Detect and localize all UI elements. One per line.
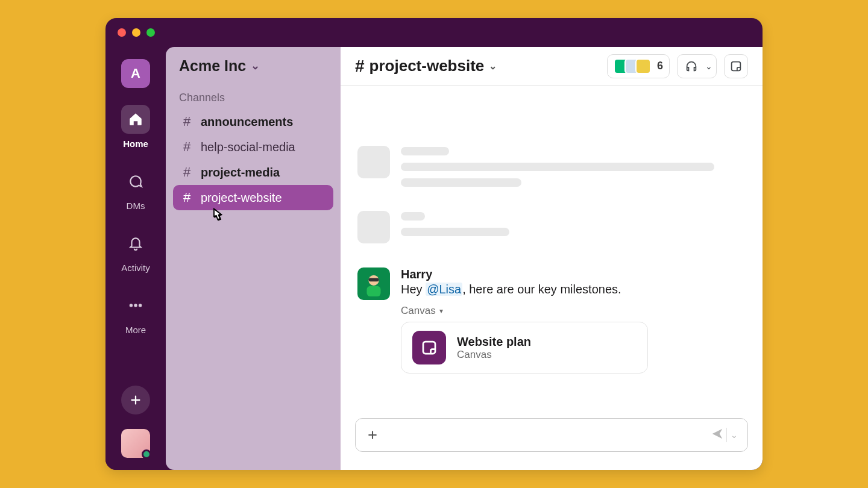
message-avatar[interactable]	[357, 267, 390, 300]
svg-rect-3	[732, 61, 741, 70]
create-button[interactable]	[121, 386, 150, 414]
message: Harry Hey @Lisa, here are our key milest…	[357, 267, 746, 374]
chevron-down-icon: ⌄	[705, 61, 712, 71]
channel-help-social-media[interactable]: # help-social-media	[173, 134, 333, 160]
channel-name: help-social-media	[201, 140, 295, 154]
channel-list: # announcements # help-social-media # pr…	[166, 109, 341, 210]
channel-title[interactable]: # project-website ⌄	[355, 57, 497, 76]
chevron-down-icon: ⌄	[251, 59, 260, 72]
caret-down-icon: ▾	[439, 307, 443, 315]
huddle-button[interactable]: ⌄	[677, 54, 717, 78]
dms-icon	[128, 174, 143, 189]
svg-point-1	[134, 304, 137, 307]
composer-input[interactable]	[389, 429, 705, 441]
svg-point-0	[130, 304, 132, 307]
home-icon	[128, 111, 143, 127]
rail-item-dms[interactable]: DMs	[121, 167, 150, 211]
canvas-file-icon	[412, 331, 446, 364]
send-button[interactable]	[711, 427, 724, 443]
rail-item-more[interactable]: More	[121, 291, 150, 335]
channel-announcements[interactable]: # announcements	[173, 109, 333, 134]
channel-name: announcements	[201, 115, 293, 129]
channel-project-media[interactable]: # project-media	[173, 160, 333, 185]
skeleton-message	[357, 211, 746, 243]
channel-sidebar: Acme Inc ⌄ Channels # announcements # he…	[166, 47, 341, 470]
minimize-window-button[interactable]	[132, 28, 140, 37]
message-author[interactable]: Harry	[401, 267, 746, 281]
hash-icon: #	[181, 164, 192, 180]
user-avatar[interactable]	[121, 429, 150, 458]
more-icon	[128, 298, 143, 313]
message-text: Hey @Lisa, here are our key milestones.	[401, 283, 746, 296]
svg-rect-5	[367, 286, 381, 296]
svg-point-2	[139, 304, 141, 307]
rail-item-label: More	[125, 325, 146, 335]
presence-indicator	[142, 449, 151, 459]
message-list: Harry Hey @Lisa, here are our key milest…	[341, 86, 763, 411]
svg-rect-7	[423, 342, 435, 354]
member-avatars	[614, 58, 651, 74]
current-channel-name: project-website	[370, 57, 485, 75]
channel-name: project-media	[201, 166, 280, 180]
rail-item-label: Home	[123, 139, 148, 149]
cursor-icon	[208, 207, 341, 227]
nav-rail: A Home DMs Activity	[105, 47, 166, 470]
hash-icon: #	[181, 114, 192, 130]
plus-icon	[129, 393, 142, 407]
channel-header: # project-website ⌄ 6 ⌄	[341, 47, 763, 86]
workspace-switcher[interactable]: Acme Inc ⌄	[166, 47, 341, 84]
maximize-window-button[interactable]	[146, 28, 155, 37]
svg-rect-6	[368, 278, 379, 281]
titlebar	[105, 18, 763, 47]
canvas-icon	[729, 60, 743, 73]
members-button[interactable]: 6	[607, 54, 670, 78]
attachment-toggle[interactable]: Canvas ▾	[401, 305, 746, 317]
canvas-title: Website plan	[457, 335, 531, 349]
headphones-icon	[685, 60, 698, 73]
hash-icon: #	[181, 190, 192, 205]
skeleton-message	[357, 146, 746, 187]
workspace-name: Acme Inc	[179, 57, 246, 75]
message-composer[interactable]: ⌄	[355, 418, 748, 452]
composer-add-button[interactable]	[362, 424, 383, 446]
rail-item-home[interactable]: Home	[121, 105, 150, 149]
canvas-subtitle: Canvas	[457, 349, 531, 361]
close-window-button[interactable]	[118, 28, 126, 37]
app-window: A Home DMs Activity	[105, 18, 763, 470]
canvas-attachment[interactable]: Website plan Canvas	[401, 322, 648, 374]
send-icon	[711, 427, 724, 440]
main-panel: # project-website ⌄ 6 ⌄	[341, 47, 763, 470]
rail-item-label: DMs	[127, 201, 145, 211]
channel-name: project-website	[201, 191, 282, 205]
mention[interactable]: @Lisa	[426, 283, 462, 296]
hash-icon: #	[181, 139, 192, 155]
bell-icon	[128, 236, 143, 251]
member-count: 6	[657, 60, 663, 72]
hash-icon: #	[355, 57, 365, 76]
rail-item-label: Activity	[121, 263, 150, 273]
channels-section-label: Channels	[166, 84, 341, 109]
plus-icon	[366, 429, 379, 441]
workspace-badge[interactable]: A	[121, 59, 150, 88]
send-options-button[interactable]: ⌄	[726, 428, 741, 442]
chevron-down-icon: ⌄	[489, 60, 497, 72]
rail-item-activity[interactable]: Activity	[121, 229, 150, 273]
canvas-button[interactable]	[724, 54, 748, 78]
